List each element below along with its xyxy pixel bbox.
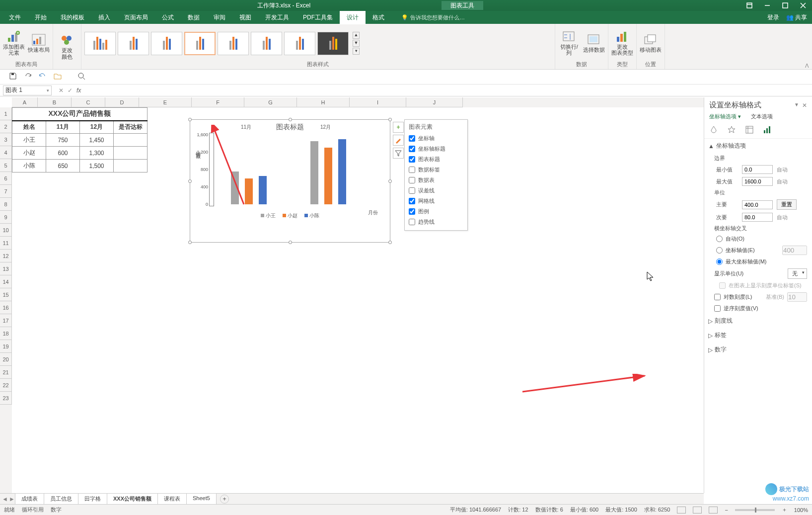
chart-element-checkbox[interactable] [409,177,415,183]
chart-filters-button[interactable] [393,148,404,159]
zoom-in-icon[interactable]: ＋ [782,506,787,514]
gallery-scroll-down[interactable]: ▼ [353,40,360,47]
sheet-nav-next-icon[interactable]: ► [9,496,15,503]
chart-element-checkbox[interactable] [409,135,415,142]
add-sheet-button[interactable]: ＋ [220,495,229,504]
chart-element-item[interactable]: 坐标轴标题 [409,144,463,154]
col-header[interactable]: J [406,97,463,107]
gallery-scroll-up[interactable]: ▲ [353,32,360,39]
chart-element-checkbox[interactable] [409,219,415,225]
chart-bar[interactable] [245,178,253,205]
sheet-nav-prev-icon[interactable]: ◄ [2,496,8,503]
row-header[interactable]: 8 [0,198,12,211]
chart-element-checkbox[interactable] [409,156,415,163]
gallery-expand[interactable]: ▾ [353,48,360,55]
sheet-tab[interactable]: 课程表 [157,493,187,505]
axis-major-reset-button[interactable]: 重置 [777,199,797,210]
quick-layout-button[interactable]: 快速布局 [28,34,50,53]
chart-bar[interactable] [231,172,239,204]
cancel-formula-icon[interactable]: ✕ [59,87,64,94]
col-header[interactable]: F [192,97,244,107]
sheet-tab[interactable]: 员工信息 [44,493,78,505]
resize-handle[interactable] [188,179,192,183]
row-header[interactable]: 20 [0,353,12,366]
row-header[interactable]: 5 [0,159,12,172]
chart-style-item[interactable] [84,32,116,55]
axis-options-icon[interactable] [763,125,772,134]
sheet-tab[interactable]: Sheet5 [186,493,217,505]
open-icon[interactable] [54,72,62,82]
change-chart-type-button[interactable]: 更改 图表类型 [611,31,633,56]
pane-tab-text-options[interactable]: 文本选项 [751,113,773,120]
maximize-icon[interactable] [776,0,794,11]
row-header[interactable]: 6 [0,172,12,185]
axis-major-input[interactable] [742,200,773,209]
chart-element-checkbox[interactable] [409,167,415,173]
tab-design[interactable]: 设计 [340,11,366,24]
pane-close-icon[interactable]: ✕ [802,102,807,109]
undo-icon[interactable] [39,72,47,82]
log-scale-check[interactable] [714,294,721,300]
row-header[interactable]: 13 [0,262,12,275]
col-header[interactable]: E [139,97,192,107]
sheet-tab[interactable]: 田字格 [78,493,107,505]
tab-data[interactable]: 数据 [181,11,207,24]
pane-tab-axis-options[interactable]: 坐标轴选项 ▾ [709,113,741,120]
row-header[interactable]: 12 [0,250,12,262]
resize-handle[interactable] [388,179,392,183]
chart-style-item[interactable] [317,32,349,55]
sheet-tab[interactable]: 成绩表 [15,493,44,505]
move-chart-button[interactable]: 移动图表 [640,34,662,53]
minimize-icon[interactable] [758,0,776,11]
chart-plot-area[interactable]: 04008001,2001,60011月12月 [211,135,379,204]
x-axis-title[interactable]: 月份 [191,209,378,216]
section-tick-marks[interactable]: ▷ 刻度线 [704,314,812,328]
section-labels[interactable]: ▷ 标签 [704,328,812,343]
col-header[interactable]: D [105,97,139,107]
zoom-slider[interactable] [735,509,775,511]
chart-bar[interactable] [338,139,346,204]
enter-formula-icon[interactable]: ✓ [68,87,73,94]
chart-title[interactable]: 图表标题 [190,120,390,132]
fill-line-icon[interactable] [709,125,718,134]
y-axis-selected[interactable] [209,133,214,206]
tab-page-layout[interactable]: 页面布局 [117,11,155,24]
tab-home[interactable]: 开始 [28,11,54,24]
add-chart-element-button[interactable]: 添加图表 元素 [3,31,25,56]
resize-handle[interactable] [388,241,392,244]
switch-row-col-button[interactable]: 切换行/列 [558,31,580,56]
row-header[interactable]: 2 [0,120,12,133]
chart-bar[interactable] [310,141,318,204]
row-header[interactable]: 14 [0,275,12,288]
tell-me[interactable]: 💡 告诉我您想要做什么… [391,14,465,21]
chart-element-item[interactable]: 坐标轴 [409,133,463,144]
chart-style-item[interactable] [218,32,249,55]
row-header[interactable]: 1 [0,107,12,120]
section-number[interactable]: ▷ 数字 [704,343,812,357]
view-page-break-icon[interactable] [709,507,718,514]
col-header[interactable]: G [244,97,297,107]
col-header[interactable]: I [350,97,406,107]
col-header[interactable]: C [72,97,105,107]
embedded-chart[interactable]: + 图表标题 销售额 04008001,2001,60011月12月 月份 小王… [190,119,390,243]
col-header[interactable]: B [38,97,72,107]
tab-format[interactable]: 格式 [366,11,391,24]
chart-style-item[interactable] [151,32,182,55]
chart-style-gallery[interactable] [84,32,349,55]
chart-element-item[interactable]: 网格线 [409,196,463,206]
tab-developer[interactable]: 开发工具 [258,11,296,24]
save-icon[interactable] [9,72,17,82]
table-title[interactable]: XXX公司产品销售额 [12,108,148,121]
chart-styles-button[interactable] [393,135,404,146]
chart-element-checkbox[interactable] [409,146,415,152]
row-header[interactable]: 23 [0,392,12,405]
row-header[interactable]: 4 [0,146,12,159]
print-preview-icon[interactable] [77,72,85,82]
display-unit-select[interactable]: 无 [788,268,807,279]
redo-icon[interactable] [24,72,32,82]
reverse-order-check[interactable] [714,305,721,312]
col-header[interactable]: H [297,97,350,107]
chart-element-item[interactable]: 图例 [409,206,463,217]
chart-element-item[interactable]: 数据标签 [409,165,463,175]
close-icon[interactable] [794,0,812,11]
